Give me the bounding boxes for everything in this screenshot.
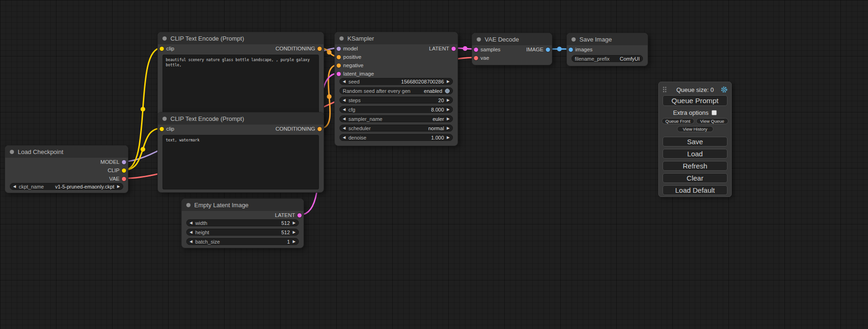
widget-value: normal (428, 126, 444, 131)
output-socket-vae[interactable] (122, 177, 126, 181)
decrement-arrow-icon[interactable]: ◀ (190, 221, 192, 225)
node-save-image[interactable]: Save Image images filename_prefix ComfyU… (566, 33, 648, 66)
decrement-arrow-icon[interactable]: ◀ (343, 80, 346, 84)
collapse-dot[interactable] (10, 150, 14, 154)
widget-label: seed (348, 79, 360, 84)
extra-options-checkbox[interactable] (712, 110, 717, 115)
input-socket-vae[interactable] (474, 56, 478, 60)
input-socket-negative[interactable] (337, 63, 341, 68)
increment-arrow-icon[interactable]: ▶ (447, 117, 450, 121)
widget-height[interactable]: ◀ height 512 ▶ (186, 229, 299, 236)
input-socket-samples[interactable] (474, 48, 478, 52)
input-socket-clip[interactable] (160, 47, 164, 51)
decrement-arrow-icon[interactable]: ◀ (343, 126, 346, 130)
decrement-arrow-icon[interactable]: ◀ (343, 117, 346, 121)
input-label-negative: negative (343, 63, 363, 68)
view-queue-button[interactable]: View Queue (696, 118, 729, 124)
widget-value: 8.000 (431, 107, 444, 112)
node-title-bar[interactable]: CLIP Text Encode (Prompt) (158, 32, 324, 44)
decrement-arrow-icon[interactable]: ◀ (343, 98, 346, 102)
decrement-arrow-icon[interactable]: ◀ (343, 136, 346, 140)
output-socket-latent[interactable] (452, 47, 456, 51)
widget-cfg[interactable]: ◀ cfg 8.000 ▶ (339, 106, 453, 113)
increment-arrow-icon[interactable]: ▶ (447, 136, 450, 140)
node-title-bar[interactable]: VAE Decode (472, 33, 552, 45)
queue-panel: Queue size: 0 Queue Prompt Extra options… (658, 82, 732, 197)
toggle-knob[interactable] (445, 89, 450, 93)
load-default-button[interactable]: Load Default (663, 185, 727, 195)
output-socket-latent[interactable] (297, 213, 302, 217)
node-title-bar[interactable]: CLIP Text Encode (Prompt) (158, 112, 324, 125)
drag-handle-icon[interactable] (663, 86, 667, 93)
collapse-dot[interactable] (477, 37, 481, 42)
increment-arrow-icon[interactable]: ▶ (293, 240, 296, 244)
queue-front-button[interactable]: Queue Front (662, 118, 694, 124)
output-label-clip: CLIP (107, 168, 120, 173)
view-history-button[interactable]: View History (677, 126, 713, 132)
node-title: KSampler (347, 35, 374, 42)
input-socket-clip[interactable] (160, 127, 164, 131)
load-button[interactable]: Load (663, 149, 727, 159)
output-socket-image[interactable] (546, 48, 550, 52)
refresh-button[interactable]: Refresh (663, 161, 727, 171)
node-title-bar[interactable]: Load Checkpoint (5, 146, 128, 158)
queue-prompt-button[interactable]: Queue Prompt (663, 95, 727, 106)
output-socket-conditioning[interactable] (318, 47, 322, 51)
input-socket-positive[interactable] (337, 55, 341, 59)
collapse-dot[interactable] (572, 37, 576, 42)
increment-arrow-icon[interactable]: ▶ (447, 108, 450, 112)
output-socket-conditioning[interactable] (318, 127, 322, 131)
widget-value: 156680208700286 (401, 79, 444, 84)
output-socket-clip[interactable] (122, 168, 126, 173)
widget-value: v1-5-pruned-emaonly.ckpt (55, 184, 114, 189)
input-label-positive: positive (343, 54, 361, 60)
widget-batch-size[interactable]: ◀ batch_size 1 ▶ (186, 238, 299, 245)
widget-sampler-name[interactable]: ◀ sampler_name euler ▶ (339, 115, 453, 122)
decrement-arrow-icon[interactable]: ◀ (343, 108, 346, 112)
widget-value: ComfyUI (620, 56, 640, 62)
decrement-arrow-icon[interactable]: ◀ (190, 231, 192, 234)
output-label-image: IMAGE (526, 47, 543, 52)
decrement-arrow-icon[interactable]: ◀ (190, 240, 192, 244)
node-title: Save Image (579, 36, 612, 43)
widget-filename-prefix[interactable]: filename_prefix ComfyUI (572, 55, 643, 62)
increment-arrow-icon[interactable]: ▶ (293, 221, 296, 225)
node-empty-latent-image[interactable]: Empty Latent Image LATENT ◀ width 512 ▶ … (181, 198, 304, 248)
widget-denoise[interactable]: ◀ denoise 1.000 ▶ (339, 134, 453, 141)
node-clip-text-encode-negative[interactable]: CLIP Text Encode (Prompt) clip CONDITION… (157, 112, 324, 193)
increment-arrow-icon[interactable]: ▶ (447, 80, 450, 84)
widget-ckpt-name[interactable]: ◀ ckpt_name v1-5-pruned-emaonly.ckpt ▶ (10, 183, 123, 190)
widget-steps[interactable]: ◀ steps 20 ▶ (339, 97, 453, 104)
node-title-bar[interactable]: Empty Latent Image (182, 199, 303, 211)
widget-scheduler[interactable]: ◀ scheduler normal ▶ (339, 125, 453, 132)
input-socket-model[interactable] (337, 47, 341, 51)
collapse-dot[interactable] (162, 36, 167, 41)
node-title-bar[interactable]: Save Image (567, 33, 648, 45)
node-vae-decode[interactable]: VAE Decode samples IMAGE vae (472, 33, 552, 65)
increment-arrow-icon[interactable]: ▶ (293, 231, 296, 234)
collapse-dot[interactable] (162, 117, 167, 121)
widget-label: width (195, 220, 207, 226)
widget-seed[interactable]: ◀ seed 156680208700286 ▶ (339, 78, 453, 85)
decrement-arrow-icon[interactable]: ◀ (13, 185, 16, 189)
input-label-images: images (575, 47, 593, 52)
input-socket-latent-image[interactable] (337, 72, 341, 76)
input-socket-images[interactable] (569, 48, 573, 52)
collapse-dot[interactable] (186, 203, 191, 207)
widget-random-seed-toggle[interactable]: Random seed after every gen enabled (339, 87, 453, 94)
node-load-checkpoint[interactable]: Load Checkpoint MODEL CLIP VAE ◀ ckpt_na… (5, 145, 128, 193)
output-socket-model[interactable] (122, 160, 126, 164)
save-button[interactable]: Save (663, 137, 727, 147)
settings-gear-icon[interactable] (720, 86, 728, 93)
node-title-bar[interactable]: KSampler (335, 32, 458, 44)
widget-value: 1 (287, 239, 290, 245)
widget-width[interactable]: ◀ width 512 ▶ (186, 219, 299, 226)
prompt-textarea-negative[interactable]: text, watermark (162, 135, 319, 189)
increment-arrow-icon[interactable]: ▶ (447, 126, 450, 130)
node-ksampler[interactable]: KSampler model LATENT positive negative … (334, 32, 458, 146)
increment-arrow-icon[interactable]: ▶ (447, 98, 450, 102)
collapse-dot[interactable] (339, 36, 344, 41)
increment-arrow-icon[interactable]: ▶ (117, 185, 120, 189)
clear-button[interactable]: Clear (663, 173, 727, 183)
widget-label: Random seed after every gen (343, 88, 410, 94)
